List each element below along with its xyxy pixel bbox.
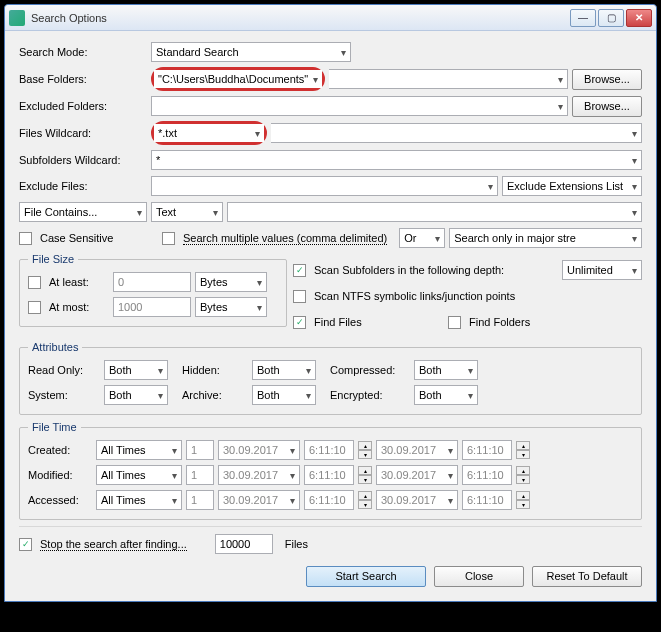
created-time1-spin[interactable]: ▴▾: [358, 441, 372, 459]
reset-button[interactable]: Reset To Default: [532, 566, 642, 587]
search-mode-combo[interactable]: Standard Search: [151, 42, 351, 62]
accessed-date2[interactable]: 30.09.2017: [376, 490, 458, 510]
accessed-label: Accessed:: [28, 494, 92, 506]
files-suffix: Files: [285, 538, 308, 550]
files-wildcard-combo[interactable]: [271, 123, 642, 143]
created-time2-spin[interactable]: ▴▾: [516, 441, 530, 459]
accessed-time1-spin[interactable]: ▴▾: [358, 491, 372, 509]
compressed-label: Compressed:: [330, 364, 410, 376]
accessed-n[interactable]: 1: [186, 490, 214, 510]
accessed-time1[interactable]: 6:11:10: [304, 490, 354, 510]
created-date2[interactable]: 30.09.2017: [376, 440, 458, 460]
or-combo[interactable]: Or: [399, 228, 445, 248]
accessed-mode[interactable]: All Times: [96, 490, 182, 510]
created-label: Created:: [28, 444, 92, 456]
stop-after-label: Stop the search after finding...: [40, 538, 187, 551]
at-least-unit[interactable]: Bytes: [195, 272, 267, 292]
base-folders-highlight: "C:\Users\Buddha\Documents": [154, 70, 322, 88]
search-options-window: Search Options — ▢ ✕ Search Mode: Standa…: [4, 4, 657, 602]
find-folders-check[interactable]: [448, 316, 461, 329]
archive-combo[interactable]: Both: [252, 385, 316, 405]
created-n[interactable]: 1: [186, 440, 214, 460]
system-label: System:: [28, 389, 100, 401]
at-least-input[interactable]: 0: [113, 272, 191, 292]
search-mode-label: Search Mode:: [19, 46, 147, 58]
app-icon: [9, 10, 25, 26]
search-multiple-check[interactable]: [162, 232, 175, 245]
modified-time2[interactable]: 6:11:10: [462, 465, 512, 485]
exclude-extensions-combo[interactable]: Exclude Extensions List: [502, 176, 642, 196]
file-size-legend: File Size: [28, 253, 78, 265]
window-title: Search Options: [31, 12, 570, 24]
case-sensitive-label: Case Sensitive: [40, 232, 158, 244]
archive-label: Archive:: [182, 389, 248, 401]
exclude-files-combo[interactable]: [151, 176, 498, 196]
case-sensitive-check[interactable]: [19, 232, 32, 245]
created-mode[interactable]: All Times: [96, 440, 182, 460]
system-combo[interactable]: Both: [104, 385, 168, 405]
exclude-files-label: Exclude Files:: [19, 180, 147, 192]
modified-time2-spin[interactable]: ▴▾: [516, 466, 530, 484]
compressed-combo[interactable]: Both: [414, 360, 478, 380]
at-least-label: At least:: [49, 276, 109, 288]
base-folders-combo[interactable]: [329, 69, 568, 89]
titlebar[interactable]: Search Options — ▢ ✕: [5, 5, 656, 31]
stop-count-input[interactable]: 10000: [215, 534, 273, 554]
at-least-check[interactable]: [28, 276, 41, 289]
file-contains-combo[interactable]: File Contains...: [19, 202, 147, 222]
maximize-button[interactable]: ▢: [598, 9, 624, 27]
minimize-button[interactable]: —: [570, 9, 596, 27]
browse-base-button[interactable]: Browse...: [572, 69, 642, 90]
encrypted-combo[interactable]: Both: [414, 385, 478, 405]
subfolders-wildcard-label: Subfolders Wildcard:: [19, 154, 147, 166]
modified-time1[interactable]: 6:11:10: [304, 465, 354, 485]
scan-subfolders-label: Scan Subfolders in the following depth:: [314, 264, 558, 276]
stop-after-check[interactable]: ✓: [19, 538, 32, 551]
scan-subfolders-check[interactable]: ✓: [293, 264, 306, 277]
read-only-label: Read Only:: [28, 364, 100, 376]
attributes-legend: Attributes: [28, 341, 82, 353]
scan-ntfs-label: Scan NTFS symbolic links/junction points: [314, 290, 515, 302]
at-most-input[interactable]: 1000: [113, 297, 191, 317]
modified-date2[interactable]: 30.09.2017: [376, 465, 458, 485]
search-major-combo[interactable]: Search only in major stre: [449, 228, 642, 248]
scan-ntfs-check[interactable]: [293, 290, 306, 303]
close-dialog-button[interactable]: Close: [434, 566, 524, 587]
modified-time1-spin[interactable]: ▴▾: [358, 466, 372, 484]
hidden-label: Hidden:: [182, 364, 248, 376]
files-wildcard-highlight: *.txt: [154, 124, 264, 142]
find-folders-label: Find Folders: [469, 316, 530, 328]
browse-excluded-button[interactable]: Browse...: [572, 96, 642, 117]
subfolders-wildcard-combo[interactable]: *: [151, 150, 642, 170]
modified-label: Modified:: [28, 469, 92, 481]
accessed-time2-spin[interactable]: ▴▾: [516, 491, 530, 509]
modified-mode[interactable]: All Times: [96, 465, 182, 485]
at-most-unit[interactable]: Bytes: [195, 297, 267, 317]
created-time2[interactable]: 6:11:10: [462, 440, 512, 460]
modified-n[interactable]: 1: [186, 465, 214, 485]
encrypted-label: Encrypted:: [330, 389, 410, 401]
excluded-folders-label: Excluded Folders:: [19, 100, 147, 112]
accessed-date1[interactable]: 30.09.2017: [218, 490, 300, 510]
files-wildcard-label: Files Wildcard:: [19, 127, 147, 139]
start-search-button[interactable]: Start Search: [306, 566, 426, 587]
modified-date1[interactable]: 30.09.2017: [218, 465, 300, 485]
close-button[interactable]: ✕: [626, 9, 652, 27]
at-most-check[interactable]: [28, 301, 41, 314]
accessed-time2[interactable]: 6:11:10: [462, 490, 512, 510]
created-date1[interactable]: 30.09.2017: [218, 440, 300, 460]
find-files-check[interactable]: ✓: [293, 316, 306, 329]
created-time1[interactable]: 6:11:10: [304, 440, 354, 460]
file-time-legend: File Time: [28, 421, 81, 433]
at-most-label: At most:: [49, 301, 109, 313]
search-multiple-label: Search multiple values (comma delimited): [183, 232, 387, 245]
base-folders-label: Base Folders:: [19, 73, 147, 85]
find-files-label: Find Files: [314, 316, 444, 328]
read-only-combo[interactable]: Both: [104, 360, 168, 380]
excluded-folders-combo[interactable]: [151, 96, 568, 116]
contains-value-combo[interactable]: [227, 202, 642, 222]
hidden-combo[interactable]: Both: [252, 360, 316, 380]
depth-combo[interactable]: Unlimited: [562, 260, 642, 280]
contains-type-combo[interactable]: Text: [151, 202, 223, 222]
